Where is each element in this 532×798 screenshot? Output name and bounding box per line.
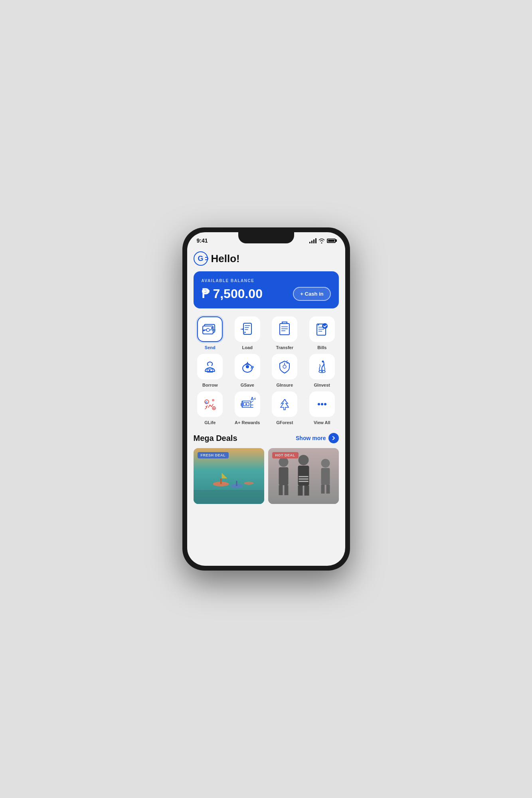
viewall-icon	[314, 396, 330, 412]
svg-rect-52	[220, 478, 222, 484]
service-glife[interactable]: G GLife	[194, 391, 227, 425]
service-borrow[interactable]: ₱ Borrow	[194, 354, 227, 387]
svg-rect-71	[321, 468, 330, 485]
logo-g-letter: G	[198, 255, 203, 262]
svg-line-45	[283, 401, 284, 403]
arewards-icon: A+	[239, 396, 255, 412]
load-icon-wrap: ₱	[235, 316, 260, 342]
battery-icon	[327, 239, 336, 243]
svg-point-70	[321, 459, 330, 468]
transfer-icon-wrap	[272, 316, 297, 342]
deal-card-1[interactable]: FRESH DEAL	[194, 448, 264, 504]
ginvest-icon	[314, 359, 330, 375]
svg-text:A+: A+	[251, 396, 255, 401]
ginsure-icon	[277, 359, 293, 375]
app-header: G Hello!	[194, 247, 339, 271]
service-gforest[interactable]: GForest	[268, 391, 302, 425]
svg-rect-69	[299, 481, 308, 482]
phone-notch	[238, 232, 294, 243]
service-ginsure[interactable]: GInsure	[268, 354, 302, 387]
load-icon: ₱	[240, 322, 255, 337]
svg-text:G: G	[205, 401, 208, 404]
show-more-arrow-icon	[328, 433, 339, 443]
svg-point-28	[252, 366, 253, 368]
ginsure-icon-wrap	[272, 354, 297, 379]
svg-point-63	[298, 455, 309, 465]
signal-icon	[309, 238, 316, 243]
deal-badge-fresh: FRESH DEAL	[198, 452, 229, 458]
gforest-icon-wrap	[272, 391, 297, 417]
svg-point-33	[322, 361, 324, 363]
glife-icon: G	[202, 396, 218, 412]
borrow-icon-wrap: ₱	[197, 354, 223, 379]
send-icon	[202, 322, 218, 336]
borrow-label: Borrow	[202, 383, 218, 387]
ginvest-label: GInvest	[314, 383, 330, 387]
bills-label: Bills	[317, 345, 326, 350]
phone-frame: 9:41	[182, 227, 350, 571]
svg-point-49	[324, 403, 326, 405]
service-send[interactable]: Send	[194, 316, 227, 350]
cash-in-button[interactable]: + Cash in	[293, 287, 330, 301]
svg-rect-73	[326, 485, 330, 494]
viewall-label: View All	[314, 420, 330, 425]
gforest-label: GForest	[276, 420, 293, 425]
svg-rect-62	[284, 485, 288, 495]
service-gsave[interactable]: GSave	[231, 354, 264, 387]
svg-rect-72	[321, 485, 324, 494]
gsave-label: GSave	[241, 383, 254, 387]
svg-text:₱: ₱	[244, 332, 246, 334]
send-icon-wrap	[197, 316, 223, 342]
svg-rect-61	[279, 485, 283, 495]
header-greeting: Hello!	[211, 253, 240, 265]
service-load[interactable]: ₱ Load	[231, 316, 264, 350]
svg-point-44	[245, 403, 247, 405]
gforest-icon	[277, 396, 293, 412]
show-more-button[interactable]: Show more	[296, 433, 338, 443]
svg-point-46	[285, 399, 286, 401]
deals-grid: FRESH DEAL	[194, 448, 339, 504]
svg-text:₱: ₱	[318, 324, 319, 326]
svg-rect-57	[194, 490, 264, 504]
svg-point-48	[321, 403, 323, 405]
wifi-icon	[318, 238, 325, 243]
svg-rect-65	[298, 486, 303, 496]
service-ginvest[interactable]: GInvest	[305, 354, 339, 387]
service-viewall[interactable]: View All	[305, 391, 339, 425]
deal-badge-hot: HOT DEAL	[272, 452, 299, 458]
mega-deals-header: Mega Deals Show more	[194, 433, 339, 443]
svg-rect-67	[299, 476, 308, 477]
status-time: 9:41	[197, 237, 208, 244]
svg-rect-60	[279, 467, 288, 485]
status-icons	[309, 238, 336, 243]
svg-point-56	[244, 482, 253, 485]
app-logo: G	[194, 251, 208, 266]
glife-icon-wrap: G	[197, 391, 223, 417]
svg-rect-55	[236, 481, 237, 486]
service-bills[interactable]: ₱ Bills	[305, 316, 339, 350]
balance-row: ₱ 7,500.00 + Cash in	[202, 286, 331, 301]
balance-label: AVAILABLE BALANCE	[202, 279, 331, 283]
svg-point-25	[246, 365, 249, 368]
svg-rect-68	[299, 478, 308, 480]
ginvest-icon-wrap	[309, 354, 335, 379]
transfer-label: Transfer	[276, 345, 293, 350]
svg-rect-11	[280, 324, 289, 335]
phone-screen: 9:41	[187, 232, 345, 566]
svg-point-59	[279, 457, 288, 467]
arewards-label: A+ Rewards	[235, 420, 260, 425]
svg-point-29	[283, 365, 286, 368]
deal-card-2[interactable]: HOT DEAL	[268, 448, 339, 504]
send-label: Send	[205, 345, 216, 350]
bills-icon: ₱	[314, 321, 330, 337]
mega-deals-title: Mega Deals	[194, 434, 237, 443]
logo-signal-icon	[205, 257, 208, 260]
balance-amount: ₱ 7,500.00	[202, 286, 263, 301]
service-transfer[interactable]: Transfer	[268, 316, 302, 350]
arewards-icon-wrap: A+	[235, 391, 260, 417]
show-more-label: Show more	[296, 435, 326, 441]
balance-card: AVAILABLE BALANCE ₱ 7,500.00 + Cash in	[194, 271, 339, 308]
service-arewards[interactable]: A+ A+ Rewards	[231, 391, 264, 425]
svg-point-32	[321, 371, 323, 372]
viewall-icon-wrap	[309, 391, 335, 417]
